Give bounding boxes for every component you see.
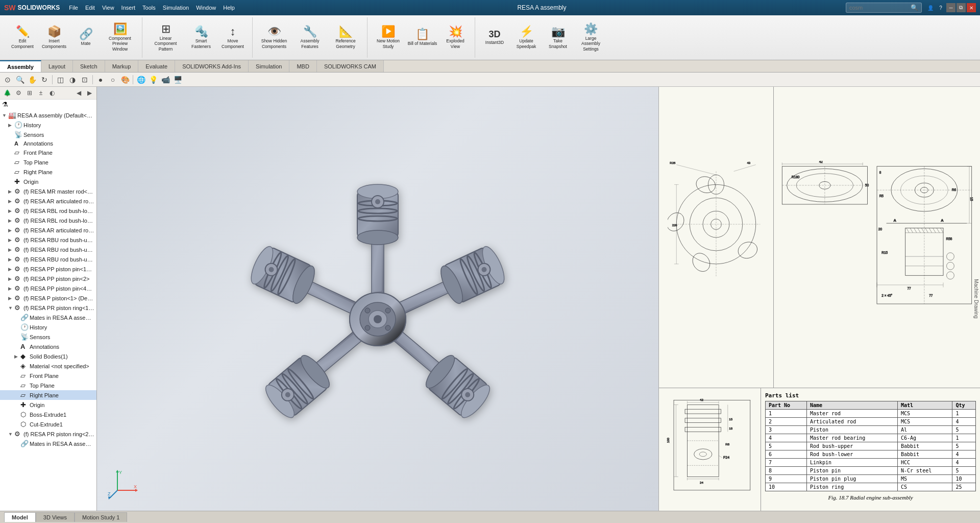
tree-item-right-plane2[interactable]: ▱ Right Plane xyxy=(0,390,96,400)
panel-next-btn[interactable]: ▶ xyxy=(84,88,94,98)
tree-item-pp-pin2[interactable]: ▶ ⚙ (f) RESA PP piston pin<2> xyxy=(0,274,96,283)
tree-item-rbu-upper4[interactable]: ▶ ⚙ (f) RESA RBU rod bush-upper<4 xyxy=(0,254,96,264)
instant3d-button[interactable]: 3D Instant3D xyxy=(479,27,510,47)
component-preview-window-button[interactable]: 🖼️ Component Preview Window xyxy=(102,21,138,54)
insert-components-button[interactable]: 📦 Insert Components xyxy=(39,23,69,51)
large-assembly-settings-button[interactable]: ⚙️ Large Assembly Settings xyxy=(574,21,607,54)
tree-item-ar-rod2[interactable]: ▶ ⚙ (f) RESA AR articulated rod<2> xyxy=(0,225,96,235)
tree-item-rbu-upper2[interactable]: ▶ ⚙ (f) RESA RBU rod bush-upper<2 xyxy=(0,245,96,254)
search-icon[interactable]: 🔍 xyxy=(911,4,918,11)
view-shading-btn[interactable]: ● xyxy=(95,74,106,85)
tab-mbd[interactable]: MBD xyxy=(289,60,316,72)
tree-item-front-plane[interactable]: ▱ Front Plane xyxy=(0,148,96,157)
tab-simulation[interactable]: Simulation xyxy=(249,60,289,72)
view-pan-btn[interactable]: ✋ xyxy=(27,74,38,85)
tab-solidworks-cam[interactable]: SOLIDWORKS CAM xyxy=(317,60,384,72)
view-zoom-btn[interactable]: 🔍 xyxy=(14,74,26,85)
tree-item-mates1[interactable]: 🔗 Mates in RESA A assembly xyxy=(0,313,96,322)
view-scenes-btn[interactable]: 🌐 xyxy=(135,74,146,85)
panel-dim-xpert-btn[interactable]: ± xyxy=(36,88,46,98)
edit-component-button[interactable]: ✏️ Edit Component xyxy=(7,23,38,51)
tree-item-origin[interactable]: ✚ Origin xyxy=(0,177,96,186)
menu-view[interactable]: View xyxy=(99,4,117,12)
reference-geometry-button[interactable]: 📐 Reference Geometry xyxy=(328,23,363,51)
tab-evaluate[interactable]: Evaluate xyxy=(138,60,175,72)
tab-sketch[interactable]: Sketch xyxy=(73,60,105,72)
tree-item-sensors[interactable]: 📡 Sensors xyxy=(0,130,96,139)
smart-fasteners-button[interactable]: 🔩 Smart Fasteners xyxy=(186,23,216,51)
tree-item-cut-extrude1[interactable]: ⬡ Cut-Extrude1 xyxy=(0,419,96,429)
update-speedpak-button[interactable]: ⚡ Update Speedpak xyxy=(511,23,542,51)
tree-item-rbu-upper1[interactable]: ▶ ⚙ (f) RESA RBU rod bush-upper<1 xyxy=(0,235,96,245)
history-expand-icon[interactable]: ▶ xyxy=(8,123,14,128)
tree-item-mates2[interactable]: 🔗 Mates in RESA A assembly xyxy=(0,439,96,448)
tree-item-solid-bodies[interactable]: ▶ ◆ Solid Bodies(1) xyxy=(0,351,96,361)
view-camera-btn[interactable]: 📹 xyxy=(160,74,171,85)
tree-item-boss-extrude1[interactable]: ⬡ Boss-Extrude1 xyxy=(0,410,96,419)
user-icon[interactable]: 👤 xyxy=(926,3,935,12)
view-orientation-btn[interactable]: ⊙ xyxy=(2,74,13,85)
tree-item-top-plane2[interactable]: ▱ Top Plane xyxy=(0,381,96,390)
tree-item-rbl-lower2[interactable]: ▶ ⚙ (f) RESA RBL rod bush-lower<2 xyxy=(0,216,96,225)
3d-viewport[interactable]: X Y Z xyxy=(97,87,658,511)
view-hide-show-btn[interactable]: ◑ xyxy=(67,74,78,85)
menu-help[interactable]: Help xyxy=(220,4,238,12)
menu-simulation[interactable]: Simulation xyxy=(160,4,192,12)
tab-assembly[interactable]: Assembly xyxy=(0,60,41,72)
menu-window[interactable]: Window xyxy=(193,4,219,12)
tree-item-origin2[interactable]: ✚ Origin xyxy=(0,400,96,410)
tree-root-item[interactable]: ▼ 🏭 RESA A assembly (Default<Display xyxy=(0,110,96,120)
view-rotate-btn[interactable]: ↻ xyxy=(39,74,50,85)
move-component-button[interactable]: ↕️ Move Component xyxy=(217,23,248,51)
mate-button[interactable]: 🔗 Mate xyxy=(70,26,101,49)
view-display-btn[interactable]: 🖥️ xyxy=(172,74,183,85)
root-expand-icon[interactable]: ▼ xyxy=(2,113,8,118)
tree-item-front-plane2[interactable]: ▱ Front Plane xyxy=(0,371,96,381)
linear-component-pattern-button[interactable]: ⊞ Linear Component Pattern xyxy=(146,21,185,54)
minimize-button[interactable]: ─ xyxy=(946,3,955,12)
panel-feature-tree-btn[interactable]: 🌲 xyxy=(2,88,12,98)
panel-display-btn[interactable]: ◐ xyxy=(47,88,57,98)
view-display-style-btn[interactable]: ◫ xyxy=(55,74,66,85)
tree-item-ar-rod1[interactable]: ▶ ⚙ (f) RESA AR articulated rod<1> xyxy=(0,196,96,206)
tab-solidworks-addins[interactable]: SOLIDWORKS Add-Ins xyxy=(175,60,249,72)
tree-item-p-piston1[interactable]: ▶ ⚙ (f) RESA P piston<1> (Default< xyxy=(0,293,96,303)
tree-item-pr-ring1[interactable]: ▼ ⚙ (f) RESA PR piston ring<1> (Def xyxy=(0,303,96,313)
tree-item-material[interactable]: ◈ Material <not specified> xyxy=(0,361,96,371)
view-section-btn[interactable]: ⊡ xyxy=(79,74,90,85)
take-snapshot-button[interactable]: 📷 Take Snapshot xyxy=(543,23,573,51)
menu-insert[interactable]: Insert xyxy=(118,4,139,12)
tab-motion-study-1[interactable]: Motion Study 1 xyxy=(75,512,127,522)
view-appearance-btn[interactable]: 🎨 xyxy=(119,74,131,85)
tab-3d-views[interactable]: 3D Views xyxy=(36,512,75,522)
show-hidden-components-button[interactable]: 👁️ Show Hidden Components xyxy=(257,23,291,51)
help-icon[interactable]: ? xyxy=(936,3,945,12)
view-lights-btn[interactable]: 💡 xyxy=(148,74,159,85)
search-input[interactable] xyxy=(849,5,911,11)
tab-model[interactable]: Model xyxy=(4,512,36,522)
tree-item-history[interactable]: ▶ 🕐 History xyxy=(0,120,96,130)
bill-of-materials-button[interactable]: 📋 Bill of Materials xyxy=(406,26,439,49)
close-button[interactable]: ✕ xyxy=(967,3,976,12)
view-wireframe-btn[interactable]: ○ xyxy=(107,74,118,85)
panel-prev-btn[interactable]: ◀ xyxy=(74,88,84,98)
tab-markup[interactable]: Markup xyxy=(105,60,139,72)
tree-item-annotations[interactable]: A Annotations xyxy=(0,139,96,148)
panel-property-btn[interactable]: ⚙ xyxy=(13,88,23,98)
menu-file[interactable]: File xyxy=(66,4,81,12)
tree-item-mr-master-rod[interactable]: ▶ ⚙ (f) RESA MR master rod<1> (De xyxy=(0,186,96,196)
tree-item-history2[interactable]: 🕐 History xyxy=(0,322,96,332)
tree-item-rbl-lower1[interactable]: ▶ ⚙ (f) RESA RBL rod bush-lower<1 xyxy=(0,206,96,216)
tree-item-pp-pin1[interactable]: ▶ ⚙ (f) RESA PP piston pin<1> (Defa xyxy=(0,264,96,274)
tab-layout[interactable]: Layout xyxy=(41,60,73,72)
exploded-view-button[interactable]: 💥 Exploded View xyxy=(440,23,471,51)
tree-item-pp-pin4[interactable]: ▶ ⚙ (f) RESA PP piston pin<4> (Defa xyxy=(0,283,96,293)
tree-item-top-plane[interactable]: ▱ Top Plane xyxy=(0,157,96,167)
tree-item-right-plane[interactable]: ▱ Right Plane xyxy=(0,167,96,177)
tree-item-pr-ring2[interactable]: ▼ ⚙ (f) RESA PR piston ring<2> (Def xyxy=(0,429,96,439)
panel-config-btn[interactable]: ⊞ xyxy=(24,88,35,98)
menu-edit[interactable]: Edit xyxy=(82,4,98,12)
menu-tools[interactable]: Tools xyxy=(139,4,159,12)
tree-item-sensors2[interactable]: 📡 Sensors xyxy=(0,332,96,342)
new-motion-study-button[interactable]: ▶️ New Motion Study xyxy=(372,23,405,51)
